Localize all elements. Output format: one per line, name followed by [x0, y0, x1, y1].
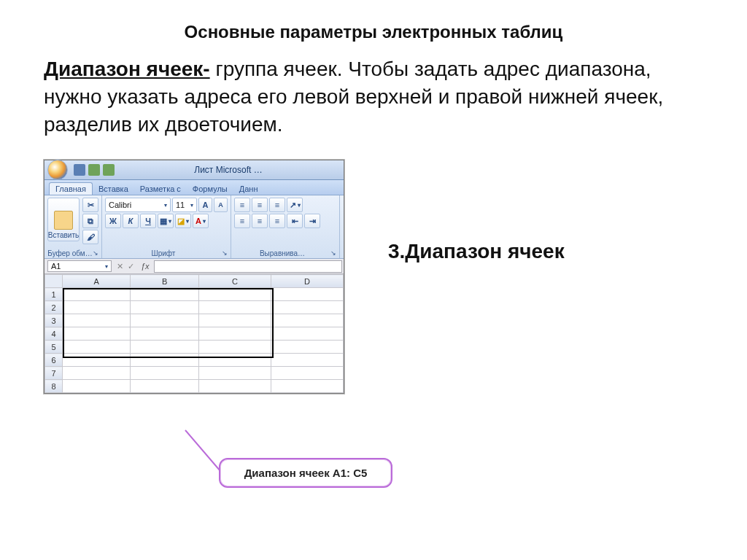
cancel-icon[interactable]: ✕: [115, 262, 125, 271]
excel-titlebar: Лист Microsoft …: [44, 160, 344, 180]
shrink-font-button[interactable]: A: [214, 198, 228, 212]
col-header-a[interactable]: A: [63, 275, 131, 288]
underline-button[interactable]: Ч: [140, 214, 156, 228]
row-header[interactable]: 7: [45, 367, 63, 380]
term: Диапазон ячеек-: [44, 58, 210, 80]
office-button[interactable]: [47, 160, 68, 180]
excel-window-title: Лист Microsoft …: [116, 165, 341, 175]
page-title: Основные параметры электронных таблиц: [44, 22, 703, 42]
formula-bar-row: A1 ✕ ✓ ƒx: [44, 259, 344, 274]
enter-icon[interactable]: ✓: [125, 262, 136, 271]
row-header[interactable]: 2: [45, 301, 63, 314]
tab-layout[interactable]: Разметка с: [134, 183, 187, 195]
ribbon: Вставить ✂ ⧉ 🖌 Буфер обм… Calib: [44, 195, 344, 259]
align-center-button[interactable]: ≡: [252, 214, 268, 228]
col-header-b[interactable]: B: [131, 275, 198, 288]
fill-color-button[interactable]: ◪: [175, 214, 191, 228]
worksheet-grid[interactable]: A B C D 1 2 3 4 5 6 7 8: [44, 274, 344, 393]
tab-formulas[interactable]: Формулы: [187, 183, 233, 195]
select-all-corner[interactable]: [45, 275, 63, 288]
align-middle-button[interactable]: ≡: [252, 198, 268, 212]
increase-indent-button[interactable]: ⇥: [304, 214, 320, 228]
undo-icon[interactable]: [88, 164, 100, 176]
row-header[interactable]: 8: [45, 380, 63, 393]
redo-icon[interactable]: [103, 164, 115, 176]
format-painter-button[interactable]: 🖌: [82, 230, 98, 244]
save-icon[interactable]: [74, 164, 85, 176]
row-header[interactable]: 4: [45, 327, 63, 341]
bold-button[interactable]: Ж: [105, 214, 121, 228]
paste-icon: [54, 211, 73, 230]
copy-button[interactable]: ⧉: [82, 214, 98, 228]
row-header[interactable]: 6: [45, 354, 63, 367]
tab-data[interactable]: Данн: [233, 183, 264, 195]
col-header-c[interactable]: C: [198, 275, 271, 288]
paste-button[interactable]: Вставить: [47, 198, 80, 241]
font-color-button[interactable]: A: [193, 214, 209, 228]
font-name-select[interactable]: Calibri: [105, 198, 171, 212]
row-header[interactable]: 5: [45, 341, 63, 354]
clipboard-group-label: Буфер обм…: [47, 249, 98, 257]
align-right-button[interactable]: ≡: [269, 214, 285, 228]
row-header[interactable]: 3: [45, 314, 63, 327]
italic-button[interactable]: К: [123, 214, 139, 228]
callout-text: Диапазон ячеек A1: C5: [244, 467, 368, 479]
section-heading: 3.Диапазон ячеек: [388, 240, 565, 263]
callout-box: Диапазон ячеек A1: C5: [219, 458, 392, 488]
align-top-button[interactable]: ≡: [234, 198, 250, 212]
decrease-indent-button[interactable]: ⇤: [287, 214, 303, 228]
fx-icon[interactable]: ƒx: [136, 262, 154, 271]
row-header[interactable]: 1: [45, 288, 63, 301]
grow-font-button[interactable]: A: [198, 198, 212, 212]
border-button[interactable]: ▦: [158, 214, 174, 228]
tab-home[interactable]: Главная: [49, 182, 93, 195]
tab-insert[interactable]: Вставка: [93, 183, 134, 195]
col-header-d[interactable]: D: [271, 275, 343, 288]
paste-label: Вставить: [48, 231, 79, 239]
name-box[interactable]: A1: [47, 260, 112, 272]
definition-text: Диапазон ячеек- группа ячеек. Чтобы зада…: [44, 55, 703, 138]
align-bottom-button[interactable]: ≡: [269, 198, 285, 212]
font-size-select[interactable]: 11: [172, 198, 197, 212]
excel-window: Лист Microsoft … Главная Вставка Разметк…: [44, 160, 344, 394]
align-left-button[interactable]: ≡: [234, 214, 250, 228]
cut-button[interactable]: ✂: [82, 198, 98, 212]
font-group-label: Шрифт: [105, 249, 228, 257]
formula-bar[interactable]: [154, 260, 342, 273]
alignment-group-label: Выравнива…: [234, 249, 336, 257]
orientation-button[interactable]: ↗: [287, 198, 303, 212]
ribbon-tabs: Главная Вставка Разметка с Формулы Данн: [44, 180, 344, 195]
